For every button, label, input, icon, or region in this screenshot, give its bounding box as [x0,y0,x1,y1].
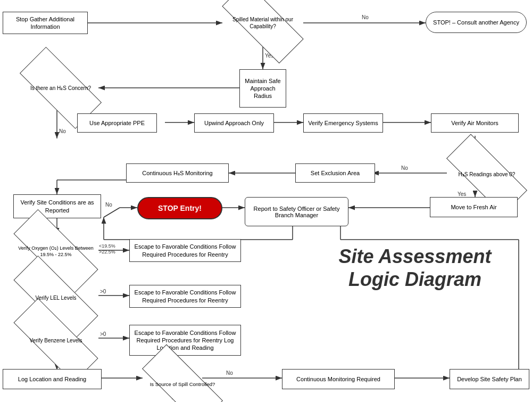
escape-benzene-box: Escape to Favorable Conditions Follow Re… [129,325,241,356]
set-exclusion-box: Set Exclusion Area [295,163,375,183]
develop-plan-label: Develop Site Safety Plan [457,375,522,383]
report-safety-label: Report to Safety Officer or Safety Branc… [247,206,346,218]
verify-emergency-box: Verify Emergency Systems [303,113,383,133]
svg-text:No: No [226,370,233,376]
report-safety-box: Report to Safety Officer or Safety Branc… [245,197,348,226]
spilled-material-diamond: Spilled Material within our Capability? [222,5,303,40]
use-ppe-box: Use Appropriate PPE [77,113,157,133]
log-location-label: Log Location and Reading [18,375,86,383]
maintain-safe-label: Maintain Safe Approach Radius [242,77,284,100]
use-ppe-label: Use Appropriate PPE [89,119,145,127]
spilled-material-label: Spilled Material within our Capability? [222,16,303,30]
svg-line-28 [104,208,120,217]
verify-benzene-diamond: Verify Benzene Levels [13,323,98,358]
svg-text:<19.5%: <19.5% [99,243,115,249]
verify-air-label: Verify Air Monitors [451,119,498,127]
svg-text:No: No [401,165,408,171]
verify-site-box: Verify Site Conditions are as Reported [13,194,101,218]
svg-text:Yes: Yes [458,191,466,197]
maintain-safe-box: Maintain Safe Approach Radius [239,69,286,108]
stop-consult-label: STOP! – Consult another Agency [433,19,519,26]
h2s-concern-label: Is there an H₂S Concern? [30,85,91,92]
move-fresh-label: Move to Fresh Air [451,203,496,211]
continuous-h2s-box: Continuous H₂S Monitoring [126,163,229,183]
stop-gather-box: Stop Gather Additional Information [3,12,88,34]
diagram-title: Site Assessment Logic Diagram [314,245,516,291]
develop-plan-box: Develop Site Safety Plan [450,369,529,389]
escape-lel-box: Escape to Favorable Conditions Follow Re… [129,285,241,308]
escape-lel-label: Escape to Favorable Conditions Follow Re… [132,289,238,304]
stop-consult-box: STOP! – Consult another Agency [426,12,527,33]
spilled-material-diamond-shape [222,0,303,63]
svg-text:No: No [105,202,112,208]
verify-site-label: Verify Site Conditions are as Reported [16,199,98,214]
escape-o2-label: Escape to Favorable Conditions Follow Re… [132,243,238,258]
escape-o2-box: Escape to Favorable Conditions Follow Re… [129,239,241,262]
verify-benzene-label: Verify Benzene Levels [30,337,82,344]
stop-entry-label: STOP Entry! [158,204,202,212]
move-fresh-box: Move to Fresh Air [430,197,518,217]
escape-benzene-label: Escape to Favorable Conditions Follow Re… [132,329,238,352]
upwind-label: Upwind Approach Only [204,119,264,127]
diagram-title-text: Site Assessment Logic Diagram [339,245,492,290]
verify-lel-label: Verify LEL Levels [36,294,77,301]
verify-air-box: Verify Air Monitors [431,113,519,133]
h2s-readings-label: H₂S Readings above 0? [459,171,516,178]
svg-text:>0: >0 [100,289,106,294]
source-controlled-diamond: Is Source of Spill Controlled? [143,367,222,402]
svg-text:No: No [362,14,369,20]
verify-oxygen-diamond: Verify Oxygen (O₂) Levels Between 19.5% … [13,234,98,269]
stop-entry-box: STOP Entry! [137,197,222,219]
upwind-box: Upwind Approach Only [194,113,274,133]
diagram: No Yes No Yes/Possibly No [0,0,532,402]
log-location-box: Log Location and Reading [3,369,102,389]
h2s-readings-diamond: H₂S Readings above 0? [447,157,527,192]
continuous-h2s-label: Continuous H₂S Monitoring [142,169,212,177]
set-exclusion-label: Set Exclusion Area [311,169,360,177]
continuous-monitoring-label: Continuous Monitoring Required [296,375,380,383]
svg-text:>22.5%: >22.5% [99,249,115,255]
source-controlled-label: Is Source of Spill Controlled? [150,381,215,388]
stop-gather-label: Stop Gather Additional Information [5,15,85,31]
svg-text:>0: >0 [100,331,106,337]
verify-oxygen-label: Verify Oxygen (O₂) Levels Between 19.5% … [13,245,98,258]
svg-text:No: No [59,128,66,134]
continuous-monitoring-box: Continuous Monitoring Required [282,369,395,389]
h2s-concern-diamond: Is there an H₂S Concern? [21,69,100,106]
verify-emergency-label: Verify Emergency Systems [308,119,378,127]
